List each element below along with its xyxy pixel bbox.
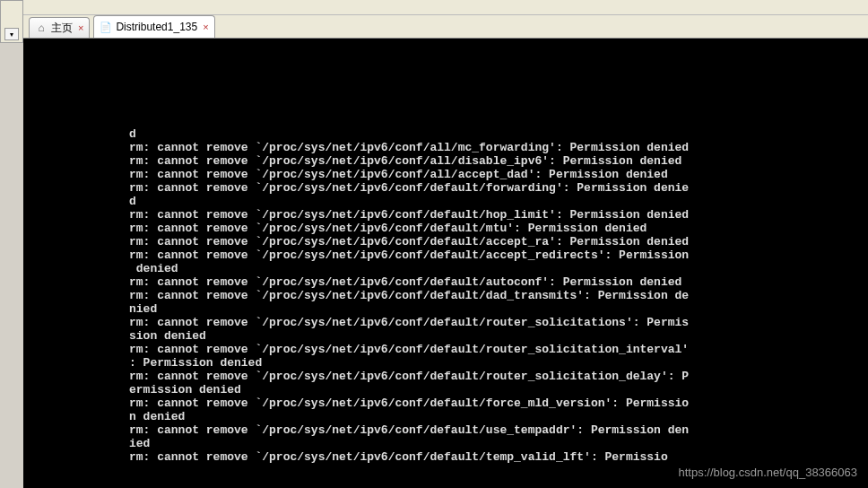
tab-bar: ⌂ 主页 × 📄 Distributed1_135 × — [23, 15, 868, 39]
tab-label: 主页 — [51, 21, 73, 36]
tab-label: Distributed1_135 — [116, 21, 197, 33]
home-icon: ⌂ — [35, 22, 48, 34]
top-border — [23, 0, 868, 15]
left-sidebar: ▾ — [0, 0, 23, 43]
document-icon: 📄 — [100, 21, 112, 33]
dropdown-button[interactable]: ▾ — [4, 28, 19, 40]
close-icon[interactable]: × — [203, 22, 208, 32]
terminal-output: d rm: cannot remove `/proc/sys/net/ipv6/… — [30, 69, 861, 464]
terminal[interactable]: d rm: cannot remove `/proc/sys/net/ipv6/… — [23, 39, 868, 488]
tab-home[interactable]: ⌂ 主页 × — [29, 17, 90, 38]
chevron-down-icon: ▾ — [10, 30, 13, 39]
close-icon[interactable]: × — [78, 22, 83, 33]
tab-distributed[interactable]: 📄 Distributed1_135 × — [93, 15, 214, 38]
watermark: https://blog.csdn.net/qq_38366063 — [679, 466, 858, 479]
